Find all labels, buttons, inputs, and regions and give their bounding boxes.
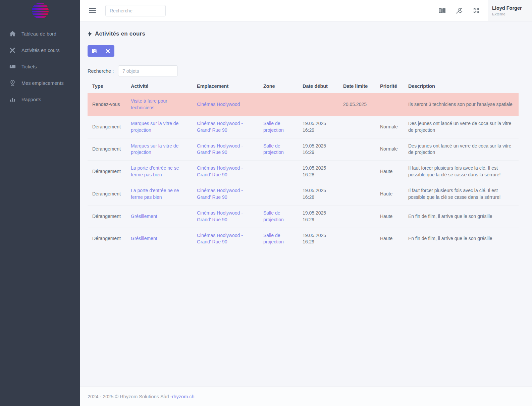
table-search-input[interactable] [118, 65, 178, 76]
sidebar-item-label: Rapports [21, 97, 41, 102]
cell-zone [259, 161, 298, 183]
location-link[interactable]: Cinémas Hoolywood [197, 102, 240, 107]
menu-toggle-icon[interactable] [89, 8, 96, 13]
zone-link[interactable]: Salle de projection [263, 233, 284, 245]
cell-priority: Normale [375, 116, 404, 138]
xmark-icon [106, 49, 110, 53]
schedule-button[interactable] [88, 45, 101, 57]
cell-activity: La porte d'entrée ne se ferme pas bien [126, 183, 192, 206]
table-header-row: Type Activité Emplacement Zone Date débu… [88, 79, 519, 94]
cell-date-limit: 20.05.2025 [338, 94, 375, 116]
col-header-location[interactable]: Emplacement [192, 79, 259, 94]
location-link[interactable]: Cinémas Hoolywood - Grand' Rue 90 [197, 121, 243, 133]
zone-link[interactable]: Salle de projection [263, 143, 284, 155]
cell-location: Cinémas Hoolywood [192, 94, 259, 116]
activity-link[interactable]: Marques sur la vitre de projection [131, 121, 178, 133]
cell-description: Il faut forcer plusieurs fois avec la cl… [404, 161, 519, 183]
user-role: Externe [492, 12, 528, 16]
cell-priority: Normale [375, 138, 404, 161]
activity-link[interactable]: Marques sur la vitre de projection [131, 143, 178, 155]
activity-link[interactable]: Visite à faire pour techniciens [131, 98, 167, 110]
table-row: Dérangement La porte d'entrée ne se ferm… [88, 183, 519, 206]
home-icon [9, 31, 16, 37]
toolbar-button-group [88, 45, 114, 57]
cell-type: Dérangement [88, 161, 126, 183]
cell-date-start: 19.05.2025 16:29 [298, 205, 338, 228]
zone-link[interactable]: Salle de projection [263, 210, 284, 222]
location-link[interactable]: Cinémas Hoolywood - Grand' Rue 90 [197, 233, 243, 245]
cell-date-limit [338, 228, 375, 250]
sidebar-item-activites-en-cours[interactable]: Activités en cours [0, 42, 80, 58]
bar-chart-icon [9, 97, 16, 102]
cell-priority: Haute [375, 183, 404, 206]
moon-slash-icon[interactable] [456, 7, 463, 14]
sidebar: Tableau de bord Activités en cours Ticke… [0, 0, 80, 406]
col-header-priority[interactable]: Priorité [375, 79, 404, 94]
activity-link[interactable]: Grésillement [131, 236, 157, 241]
cell-location: Cinémas Hoolywood - Grand' Rue 90 [192, 161, 259, 183]
col-header-zone[interactable]: Zone [259, 79, 298, 94]
cell-location: Cinémas Hoolywood - Grand' Rue 90 [192, 205, 259, 228]
cell-description: Ils seront 3 techniciens son pour l'anal… [404, 94, 519, 116]
footer-copyright: 2024 - 2025 © Rhyzom Solutions Sàrl - [88, 394, 172, 399]
col-header-activity[interactable]: Activité [126, 79, 192, 94]
cell-activity: Grésillement [126, 205, 192, 228]
col-header-date-limit[interactable]: Date limite [338, 79, 375, 94]
zone-link[interactable]: Salle de projection [263, 121, 284, 133]
cell-date-start: 19.05.2025 16:28 [298, 183, 338, 206]
footer-link[interactable]: rhyzom.ch [172, 394, 195, 399]
cell-type: Rendez-vous [88, 94, 126, 116]
table-row: Dérangement Grésillement Cinémas Hoolywo… [88, 228, 519, 250]
cell-type: Dérangement [88, 138, 126, 161]
location-link[interactable]: Cinémas Hoolywood - Grand' Rue 90 [197, 143, 243, 155]
cell-activity: Marques sur la vitre de projection [126, 138, 192, 161]
sidebar-item-label: Activités en cours [21, 48, 60, 53]
col-header-description[interactable]: Description [404, 79, 519, 94]
user-name: Lloyd Forger [492, 5, 528, 11]
cell-zone: Salle de projection [259, 138, 298, 161]
table-search-row: Recherche : [88, 65, 519, 76]
table-row: Dérangement La porte d'entrée ne se ferm… [88, 161, 519, 183]
cell-date-start: 19.05.2025 16:29 [298, 116, 338, 138]
cell-type: Dérangement [88, 183, 126, 206]
logo-sphere-icon [32, 3, 49, 19]
sidebar-item-tableau-de-bord[interactable]: Tableau de bord [0, 25, 80, 42]
location-link[interactable]: Cinémas Hoolywood - Grand' Rue 90 [197, 210, 243, 222]
cell-zone: Salle de projection [259, 205, 298, 228]
sidebar-item-mes-emplacements[interactable]: Mes emplacements [0, 75, 80, 91]
location-link[interactable]: Cinémas Hoolywood - Grand' Rue 90 [197, 188, 243, 200]
cell-date-start: 19.05.2025 16:28 [298, 161, 338, 183]
book-open-icon[interactable] [438, 8, 446, 14]
page-title-row: Activités en cours [88, 31, 519, 37]
logo[interactable] [0, 0, 80, 21]
cell-activity: Marques sur la vitre de projection [126, 116, 192, 138]
topbar-icons [438, 7, 479, 14]
clear-button[interactable] [101, 45, 114, 57]
table-row: Dérangement Marques sur la vitre de proj… [88, 138, 519, 161]
cell-date-limit [338, 161, 375, 183]
sidebar-item-label: Tableau de bord [21, 31, 56, 37]
cell-date-limit [338, 205, 375, 228]
activity-link[interactable]: La porte d'entrée ne se ferme pas bien [131, 188, 179, 200]
sidebar-item-rapports[interactable]: Rapports [0, 91, 80, 108]
cell-location: Cinémas Hoolywood - Grand' Rue 90 [192, 116, 259, 138]
global-search-input[interactable] [105, 5, 166, 16]
col-header-date-start[interactable]: Date début [298, 79, 338, 94]
location-link[interactable]: Cinémas Hoolywood - Grand' Rue 90 [197, 165, 243, 177]
activity-link[interactable]: La porte d'entrée ne se ferme pas bien [131, 165, 179, 177]
cell-activity: Visite à faire pour techniciens [126, 94, 192, 116]
sidebar-item-tickets[interactable]: Tickets [0, 58, 80, 75]
cell-date-limit [338, 183, 375, 206]
col-header-type[interactable]: Type [88, 79, 126, 94]
cell-location: Cinémas Hoolywood - Grand' Rue 90 [192, 228, 259, 250]
user-menu[interactable]: Lloyd Forger Externe [488, 0, 532, 21]
tools-icon [9, 47, 16, 53]
cell-zone: Salle de projection [259, 116, 298, 138]
cell-zone: Salle de projection [259, 228, 298, 250]
expand-icon[interactable] [473, 7, 479, 14]
activities-table: Type Activité Emplacement Zone Date débu… [88, 79, 519, 250]
table-search-label: Recherche : [88, 68, 114, 74]
activity-link[interactable]: Grésillement [131, 214, 157, 219]
footer: 2024 - 2025 © Rhyzom Solutions Sàrl - rh… [80, 387, 532, 406]
sidebar-item-label: Mes emplacements [21, 80, 64, 86]
